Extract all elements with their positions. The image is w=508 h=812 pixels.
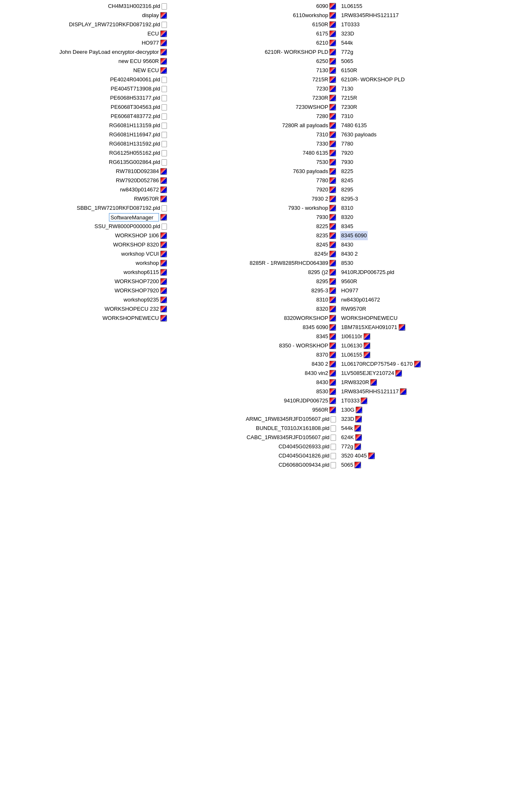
list-item[interactable]: 8310 [315, 295, 337, 304]
list-item[interactable] [108, 213, 168, 222]
list-item[interactable]: 6175 [315, 29, 337, 38]
list-item[interactable]: 1T0333 [340, 20, 360, 29]
list-item[interactable]: RG6125H055162.pld [109, 148, 168, 158]
list-item[interactable]: RW7810D092384 [115, 167, 168, 176]
list-item[interactable]: 8295 [340, 185, 354, 194]
list-item[interactable]: 6110workshop [292, 11, 337, 20]
list-item[interactable]: 8345 [315, 332, 337, 341]
list-item[interactable]: 7630 payloads [292, 167, 337, 176]
list-item[interactable]: 7920 [340, 148, 354, 158]
list-item[interactable]: 7930 [315, 213, 337, 222]
list-item[interactable]: 8320 [340, 213, 354, 222]
list-item[interactable]: 7130 [340, 84, 354, 93]
list-item[interactable]: PE6068T483772.pld [110, 112, 168, 121]
list-item[interactable]: 1L06170RCDP757549 - 6170 [340, 359, 421, 369]
list-item[interactable]: 7310 [315, 130, 337, 139]
list-item[interactable]: NEW ECU [132, 66, 167, 75]
list-item[interactable]: 7530 [315, 158, 337, 167]
list-item[interactable]: RW7920D052786 [115, 176, 168, 185]
list-item[interactable]: 7480 6135 [302, 148, 337, 158]
list-item[interactable]: 3520 4045 [340, 451, 375, 460]
list-item[interactable]: 6210R- WORKSHOP PLD [264, 48, 337, 57]
list-item[interactable]: 1RW8345RHHS121117 [340, 11, 399, 20]
list-item[interactable]: 1T0333 [340, 396, 368, 405]
list-item[interactable]: 7920 [315, 185, 337, 194]
list-item[interactable]: rw8430p014672 [119, 185, 167, 194]
list-item[interactable]: RG6135G002864.pld [108, 158, 168, 167]
list-item[interactable]: 8235 [315, 231, 337, 240]
list-item[interactable]: 8285R - 1RW8285RHCD064389 [249, 259, 337, 268]
list-item[interactable]: 7230R [340, 103, 358, 112]
list-item[interactable]: 544k [340, 38, 354, 48]
list-item[interactable]: PE4045T713908.pld [110, 84, 168, 93]
list-item[interactable]: 6150R [311, 20, 337, 29]
list-item[interactable]: WORKSHOP 1l06 [114, 231, 167, 240]
list-item[interactable]: 8345 6090 [302, 323, 337, 332]
list-item[interactable]: 772g [340, 442, 362, 451]
list-item[interactable]: 8370 [315, 350, 337, 359]
list-item[interactable]: 8430 [315, 378, 337, 387]
list-item[interactable]: 5065 [340, 57, 354, 66]
list-item[interactable]: display [141, 11, 167, 20]
list-item[interactable]: 8320 [315, 304, 337, 314]
list-item[interactable]: 544k [340, 424, 361, 433]
list-item[interactable]: 8225 [340, 167, 354, 176]
list-item[interactable]: 7280R all payloads [281, 121, 337, 130]
list-item[interactable]: 7780 [315, 176, 337, 185]
list-item[interactable]: CABC_1RW8345RJFD105607.pld [246, 433, 337, 442]
list-item[interactable]: 323D [340, 415, 363, 424]
list-item[interactable]: CD4045G026933.pld [278, 442, 337, 451]
list-item[interactable]: CH4M31H002316.pld [107, 2, 168, 11]
list-item[interactable]: WORKSHOPNEWECU [102, 314, 168, 323]
list-item[interactable]: 624K [340, 433, 362, 442]
list-item[interactable]: CD6068G009434.pld [278, 460, 337, 470]
list-item[interactable]: ECU [147, 29, 167, 38]
list-item[interactable]: 5065 [340, 460, 362, 470]
list-item[interactable]: 7780 [340, 139, 354, 148]
list-item[interactable]: 6090 [315, 2, 337, 11]
list-item[interactable]: 8430 vin2 [304, 369, 337, 378]
list-item[interactable]: 7130 [315, 66, 337, 75]
list-item[interactable]: PE6068H533177.pld [109, 93, 168, 103]
list-item[interactable]: PE6068T304563.pld [110, 103, 168, 112]
list-item[interactable]: 7310 [340, 112, 354, 121]
list-item[interactable]: new ECU 9560R [118, 57, 168, 66]
list-item[interactable]: WORKSHOPNEWECU [340, 314, 398, 323]
list-item[interactable]: 8295 [315, 277, 337, 286]
list-item[interactable]: WORKSHOP7920 [114, 286, 167, 295]
list-item[interactable]: 6210 [315, 38, 337, 48]
list-item[interactable]: HO977 [340, 286, 359, 295]
list-item[interactable]: RW9570R [340, 304, 367, 314]
list-item[interactable]: 1BM7815XEAH091071 [340, 323, 406, 332]
list-item[interactable]: HO977 [141, 38, 167, 48]
list-item[interactable]: 8295 ()2 [307, 268, 337, 277]
list-item[interactable]: 7930 2 [311, 194, 337, 204]
list-item[interactable]: 7930 [340, 158, 354, 167]
list-item[interactable]: ARMC_1RW8345RJFD105607.pld [245, 415, 337, 424]
list-item[interactable]: 7215R [311, 75, 337, 84]
list-item[interactable]: 772g [340, 48, 354, 57]
list-item[interactable]: workshop9235 [123, 295, 168, 304]
list-item[interactable]: BUNDLE_T0310JX161808.pld [255, 424, 337, 433]
list-item[interactable]: WORKSHOPECU 232 [104, 304, 168, 314]
item-edit-input[interactable] [109, 213, 159, 221]
list-item[interactable]: DISPLAY_1RW7210RKFD087192.pld [68, 20, 167, 29]
list-item[interactable]: 1L06155 [340, 2, 363, 11]
list-item[interactable]: 1LV5085EJEY210724 [340, 369, 403, 378]
list-item[interactable]: CD4045G041826.pld [278, 451, 337, 460]
list-item[interactable]: 8430 [340, 240, 354, 249]
list-item[interactable]: 1RW8320R [340, 378, 378, 387]
list-item[interactable]: 8245 [340, 176, 354, 185]
list-item[interactable]: 8245r [313, 249, 337, 259]
list-item[interactable]: 7280 [315, 112, 337, 121]
list-item[interactable]: 1L06130 [340, 341, 371, 350]
list-item[interactable]: 1l06110r [340, 332, 371, 341]
list-item[interactable]: 8245 [315, 240, 337, 249]
list-item[interactable]: 8430 2 [311, 359, 337, 369]
list-item[interactable]: 9560R [340, 277, 358, 286]
list-item[interactable]: 323D [340, 29, 355, 38]
list-item[interactable]: 6150R [340, 66, 358, 75]
list-item[interactable]: 8320WORKSHOP [283, 314, 337, 323]
list-item[interactable]: 7330 [315, 139, 337, 148]
list-item[interactable]: 7215R [340, 93, 358, 103]
